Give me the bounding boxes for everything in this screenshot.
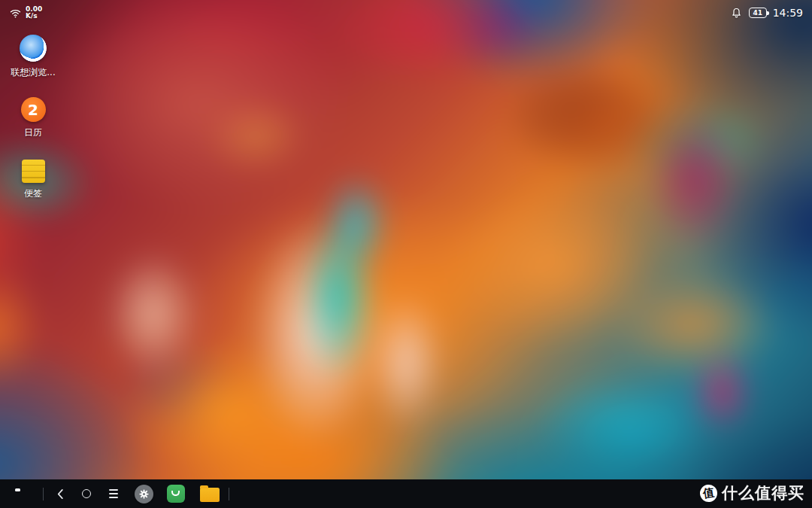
recents-line: [109, 489, 118, 491]
calendar-date-number: 2: [28, 101, 38, 119]
wifi-icon: [9, 7, 22, 20]
recents-line: [109, 493, 118, 494]
watermark-text: 什么值得买: [722, 482, 804, 503]
desktop-icon-column: 联想浏览... 2 日历 便签: [9, 33, 57, 218]
status-left-group: 0.00 K/s: [9, 6, 42, 20]
status-bar: 0.00 K/s 41 14:59: [0, 0, 812, 26]
app-label: 日历: [24, 126, 42, 139]
app-icon-calendar[interactable]: 2 日历: [9, 95, 57, 157]
notification-bell-icon: [730, 7, 743, 20]
app-label: 联想浏览...: [11, 66, 55, 79]
status-right-group: 41 14:59: [730, 7, 803, 20]
battery-level: 41: [753, 9, 762, 17]
taskbar-settings-app[interactable]: [135, 485, 153, 503]
taskbar-file-manager[interactable]: [200, 485, 220, 502]
home-button[interactable]: [82, 489, 91, 498]
app-store-icon: [167, 485, 185, 503]
battery-indicator: 41: [749, 8, 767, 18]
app-label: 便签: [24, 187, 42, 200]
network-speed-unit: K/s: [26, 13, 42, 20]
wallpaper-abstract-fluid-art: [0, 0, 812, 508]
desktop-stage: 0.00 K/s 41 14:59 联想浏览... 2: [0, 0, 812, 508]
smzdm-logo-icon: 值: [699, 483, 719, 503]
network-speed: 0.00 K/s: [26, 6, 42, 20]
lenovo-browser-icon: [20, 35, 47, 62]
app-icon-lenovo-browser[interactable]: 联想浏览...: [9, 33, 57, 95]
folder-icon: [200, 488, 220, 502]
taskbar-divider: [229, 488, 229, 500]
recents-line: [109, 497, 118, 498]
taskbar: [0, 479, 812, 508]
clock: 14:59: [773, 7, 803, 19]
settings-gear-icon: [135, 485, 153, 503]
recents-button[interactable]: [109, 489, 118, 498]
app-icon-notes[interactable]: 便签: [9, 157, 57, 218]
home-circle-icon: [82, 489, 91, 498]
taskbar-app-store[interactable]: [167, 485, 185, 503]
shopping-bag-handle: [171, 491, 180, 496]
smzdm-watermark: 值 什么值得买: [700, 482, 804, 503]
sticky-notes-icon: [22, 160, 45, 183]
back-button[interactable]: [56, 488, 65, 500]
taskbar-divider: [43, 488, 44, 500]
calendar-icon: 2: [21, 97, 46, 122]
grid-cell: [15, 488, 20, 491]
all-apps-button[interactable]: [15, 488, 28, 500]
